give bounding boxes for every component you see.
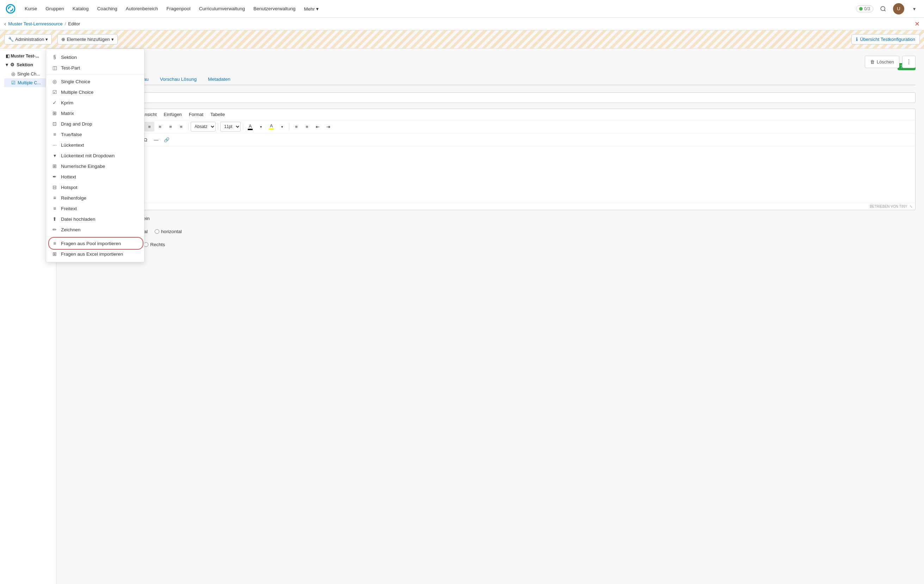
close-button[interactable]: ✕ bbox=[914, 20, 920, 28]
editor-menu-tabelle[interactable]: Tabelle bbox=[207, 110, 228, 119]
dropdown-item-datei[interactable]: ⬆ Datei hochladen bbox=[46, 214, 144, 224]
font-color-button[interactable]: A bbox=[245, 122, 255, 132]
dropdown-item-excel-import[interactable]: ⊞ Fragen aus Excel importieren bbox=[46, 249, 144, 259]
horizontal-radio[interactable] bbox=[155, 229, 159, 234]
dropdown-item-lueckentext[interactable]: ··· Lückentext bbox=[46, 140, 144, 150]
dropdown-item-hottext[interactable]: ✒ Hottext bbox=[46, 171, 144, 182]
highlight-button[interactable]: A bbox=[266, 122, 276, 132]
color-swatch bbox=[248, 129, 252, 130]
dropdown-item-pool-import[interactable]: ≡ Fragen aus Pool importieren bbox=[46, 238, 144, 249]
freitext-icon: ≡ bbox=[52, 205, 58, 211]
nav-right-area: 0/3 U ▾ bbox=[856, 3, 920, 15]
checkbox-ausrichtung-row: Check-box Ausrichtung Links Rechts bbox=[65, 242, 916, 249]
tab-metadaten[interactable]: Metadaten bbox=[202, 74, 236, 85]
editor-menu-einfuegen[interactable]: Einfügen bbox=[160, 110, 185, 119]
align-justify-button[interactable]: ≡ bbox=[176, 122, 186, 132]
trash-icon: 🗑 bbox=[870, 59, 874, 65]
tabs: Punkte Feedback Vorschau Vorschau Lösung… bbox=[65, 74, 916, 85]
toolbar-divider-2 bbox=[188, 123, 188, 130]
add-elements-button[interactable]: ⊕ Elemente hinzufügen ▾ bbox=[58, 34, 117, 45]
dropdown-item-singlechoice[interactable]: ◎ Single Choice bbox=[46, 76, 144, 87]
singlechoice-label: Single Ch... bbox=[17, 71, 40, 76]
search-button[interactable] bbox=[878, 3, 889, 15]
nav-mehr[interactable]: Mehr ▾ bbox=[300, 3, 322, 15]
user-menu-button[interactable]: ▾ bbox=[909, 3, 920, 15]
sidebar-sektion-header[interactable]: ▾ ⚙ Sektion bbox=[4, 60, 52, 69]
ausrichtung-row: Ausrichtung der Antworten vertikal horiz… bbox=[65, 229, 916, 236]
page-header: Multiple Choice 🗑 Löschen ⋮ bbox=[65, 56, 916, 68]
dropdown-item-reihenfolge[interactable]: ≡ Reihenfolge bbox=[46, 192, 144, 203]
dropdown-item-draganddrop[interactable]: ⊡ Drag and Drop bbox=[46, 119, 144, 129]
nav-gruppen[interactable]: Gruppen bbox=[42, 3, 68, 14]
size-select[interactable]: 11pt bbox=[220, 122, 241, 132]
align-left-button[interactable]: ≡ bbox=[145, 122, 154, 132]
highlight-chevron[interactable]: ▾ bbox=[277, 122, 287, 132]
datei-icon: ⬆ bbox=[52, 216, 58, 222]
multiplechoice-dd-icon: ☑ bbox=[52, 89, 58, 95]
tab-vorschau-loesung[interactable]: Vorschau Lösung bbox=[154, 74, 202, 85]
indent-increase-button[interactable]: ⇥ bbox=[323, 122, 333, 132]
toolbar-divider-5 bbox=[289, 123, 289, 130]
align-right-button[interactable]: ≡ bbox=[166, 122, 175, 132]
hr-button[interactable]: — bbox=[151, 135, 161, 145]
dropdown-item-lueckentext-dropdown[interactable]: ▾ Lückentext mit Dropdown bbox=[46, 150, 144, 161]
status-badge[interactable]: 0/3 bbox=[856, 5, 873, 12]
kprim-icon: ✓ bbox=[52, 100, 58, 106]
dropdown-item-multiplechoice[interactable]: ☑ Multiple Choice bbox=[46, 87, 144, 98]
dropdown-item-hotspot[interactable]: ⊟ Hotspot bbox=[46, 182, 144, 192]
logo-icon[interactable] bbox=[4, 2, 17, 15]
breadcrumb: ‹ Muster Test-Lernressource / Editor ✕ bbox=[0, 18, 924, 30]
overview-button[interactable]: ℹ Übersicht Testkonfiguration bbox=[851, 34, 920, 45]
status-dot-icon bbox=[859, 7, 863, 11]
dropdown-item-zeichnen[interactable]: ✏ Zeichnen bbox=[46, 224, 144, 235]
hottext-icon: ✒ bbox=[52, 174, 58, 180]
dropdown-menu: § Sektion ◫ Test-Part ◎ Single Choice ☑ … bbox=[46, 49, 145, 262]
nav-curriculumverwaltung[interactable]: Curriculumverwaltung bbox=[196, 3, 249, 14]
testpart-icon: ◫ bbox=[52, 65, 58, 71]
sidebar-item-singlechoice[interactable]: ◎ Single Ch... bbox=[4, 69, 52, 78]
lueckentext-icon: ··· bbox=[52, 142, 58, 148]
nav-coaching[interactable]: Coaching bbox=[94, 3, 121, 14]
pool-import-icon: ≡ bbox=[52, 240, 58, 246]
top-navigation: Kurse Gruppen Katalog Coaching Autorenbe… bbox=[0, 0, 924, 18]
back-button[interactable]: ‹ bbox=[4, 21, 6, 27]
dropdown-item-numerisch[interactable]: ⊞ Numerische Eingabe bbox=[46, 161, 144, 171]
dropdown-item-sektion[interactable]: § Sektion bbox=[46, 52, 144, 63]
dropdown-item-freitext[interactable]: ≡ Freitext bbox=[46, 203, 144, 214]
wrench-icon: 🔧 bbox=[8, 37, 14, 42]
user-avatar[interactable]: U bbox=[893, 3, 904, 15]
administration-button[interactable]: 🔧 Administration ▾ bbox=[4, 34, 52, 45]
horizontal-radio-label[interactable]: horizontal bbox=[155, 229, 182, 234]
rechts-radio-label[interactable]: Rechts bbox=[144, 242, 165, 247]
editor-menu-format[interactable]: Format bbox=[185, 110, 207, 119]
list-ordered-button[interactable]: ≡ bbox=[302, 122, 312, 132]
excel-import-icon: ⊞ bbox=[52, 251, 58, 257]
sidebar-item-multiplechoice[interactable]: ☑ Multiple C... bbox=[4, 78, 52, 87]
dropdown-item-matrix[interactable]: ⊞ Matrix bbox=[46, 108, 144, 119]
add-chevron-icon: ▾ bbox=[111, 37, 114, 42]
editor-body[interactable] bbox=[106, 146, 915, 203]
delete-button[interactable]: 🗑 Löschen bbox=[865, 56, 899, 68]
indent-decrease-button[interactable]: ⇤ bbox=[313, 122, 322, 132]
more-options-button[interactable]: ⋮ bbox=[902, 56, 916, 68]
nav-fragenpool[interactable]: Fragenpool bbox=[163, 3, 194, 14]
font-color-chevron[interactable]: ▾ bbox=[256, 122, 266, 132]
nav-benutzerverwaltung[interactable]: Benutzerverwaltung bbox=[250, 3, 299, 14]
breadcrumb-current: Editor bbox=[68, 21, 80, 26]
link-button[interactable]: 🔗 bbox=[162, 135, 172, 145]
resize-handle-icon[interactable]: ⤡ bbox=[909, 205, 912, 208]
dropdown-item-truefalse[interactable]: ≡ True/false bbox=[46, 129, 144, 140]
align-center-button[interactable]: ≡ bbox=[155, 122, 165, 132]
rechts-radio[interactable] bbox=[144, 242, 148, 247]
breadcrumb-parent[interactable]: Muster Test-Lernressource bbox=[8, 21, 63, 26]
reihenfolge-icon: ≡ bbox=[52, 195, 58, 201]
dropdown-item-testpart[interactable]: ◫ Test-Part bbox=[46, 63, 144, 73]
format-select[interactable]: Absatz bbox=[191, 122, 216, 132]
nav-katalog[interactable]: Katalog bbox=[69, 3, 92, 14]
list-unordered-button[interactable]: ≡ bbox=[292, 122, 301, 132]
title-input[interactable] bbox=[106, 93, 916, 103]
nav-kurse[interactable]: Kurse bbox=[21, 3, 41, 14]
dropdown-item-kprim[interactable]: ✓ Kprim bbox=[46, 98, 144, 108]
editor-footer: BETRIEBEN VON TINY ⤡ bbox=[106, 203, 915, 210]
nav-autorenbereich[interactable]: Autorenbereich bbox=[122, 3, 162, 14]
